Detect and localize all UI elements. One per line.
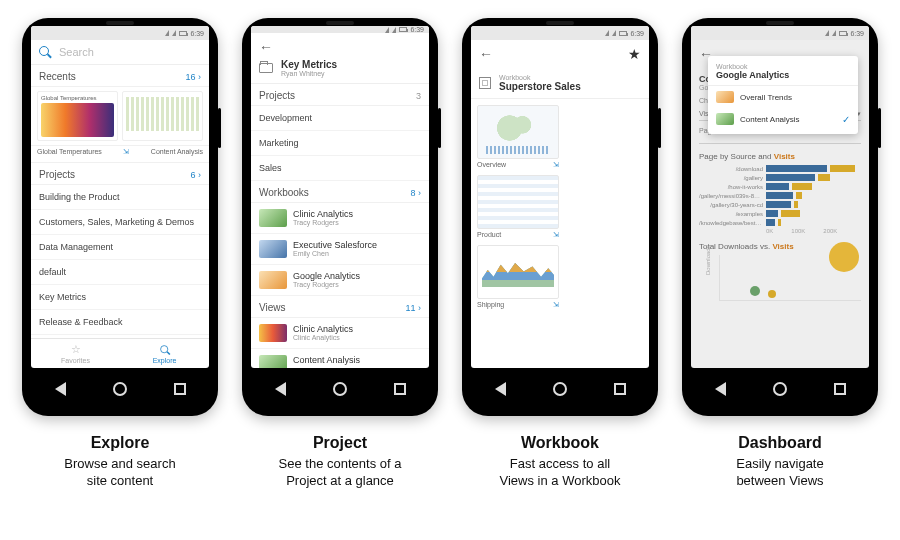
search-bar[interactable]: Search (31, 40, 209, 65)
caption-title: Project (279, 434, 402, 452)
hbar-row: /examples (699, 210, 861, 217)
view-row[interactable]: Content Analysis (251, 349, 429, 368)
nav-home-icon[interactable] (773, 382, 787, 396)
share-icon[interactable]: ⇲ (553, 161, 559, 169)
scatter-dot (768, 290, 776, 298)
recents-count: 16 › (185, 72, 201, 82)
workbook-title: Superstore Sales (499, 81, 581, 92)
chart-page-by-source: Page by Source and Visits /download/gall… (699, 152, 861, 234)
workbook-thumb (259, 271, 287, 289)
project-row[interactable]: Building the Product (31, 185, 209, 210)
filter-input[interactable] (699, 134, 861, 144)
screen-explore: 6:39 Search Recents 16 › Global Temperat… (31, 26, 209, 368)
section-projects[interactable]: Projects 6 › (31, 163, 209, 185)
android-nav (251, 374, 429, 404)
view-card[interactable]: Overview⇲ (477, 105, 559, 169)
android-statusbar: 6:39 (691, 26, 869, 40)
card-title: Global Temperatures (41, 95, 114, 101)
nav-recent-icon[interactable] (834, 383, 846, 395)
project-row[interactable]: default (31, 260, 209, 285)
workbook-row[interactable]: Executive SalesforceEmily Chen (251, 234, 429, 265)
project-title: Key Metrics (281, 59, 337, 70)
view-switcher-menu: Workbook Google Analytics Overall Trends… (708, 56, 858, 134)
hbar-row: /how-it-works (699, 183, 861, 190)
project-row[interactable]: Release & Feedback (31, 310, 209, 335)
view-card[interactable]: Shipping⇲ (477, 245, 559, 309)
nav-recent-icon[interactable] (394, 383, 406, 395)
caption-title: Dashboard (736, 434, 823, 452)
card-caption: Content Analysis (151, 148, 203, 156)
workbook-crumb: Workbook (499, 74, 581, 81)
projects-label: Projects (39, 169, 75, 180)
search-icon (39, 46, 51, 58)
view-card[interactable]: Product⇲ (477, 175, 559, 239)
android-nav (471, 374, 649, 404)
nav-home-icon[interactable] (333, 382, 347, 396)
menu-item[interactable]: Content Analysis ✓ (708, 108, 858, 130)
nav-back-icon[interactable] (275, 382, 286, 396)
caption-title: Workbook (500, 434, 621, 452)
caption-sub: Easily navigatebetween Views (736, 456, 823, 490)
recent-card[interactable]: Global Temperatures (37, 91, 118, 141)
nav-home-icon[interactable] (553, 382, 567, 396)
y-axis-label: Downloads (705, 245, 711, 275)
menu-item[interactable]: Overall Trends (708, 86, 858, 108)
screen-project: 6:39 ← Key Metrics Ryan Whitney Projects… (251, 26, 429, 368)
tab-explore[interactable]: Explore (120, 339, 209, 368)
project-row[interactable]: Marketing (251, 131, 429, 156)
project-row[interactable]: Sales (251, 156, 429, 181)
view-thumb (259, 355, 287, 368)
nav-home-icon[interactable] (113, 382, 127, 396)
project-row[interactable]: Development (251, 106, 429, 131)
hbar-row: /knowledgebase/best-pract (699, 219, 861, 226)
nav-recent-icon[interactable] (614, 383, 626, 395)
share-icon[interactable]: ⇲ (553, 301, 559, 309)
bottom-tabs: ☆ Favorites Explore (31, 338, 209, 368)
screen-workbook: 6:39 ← ★ Workbook Superstore Sales (471, 26, 649, 368)
recent-card[interactable] (122, 91, 203, 141)
menu-title: Google Analytics (716, 70, 850, 80)
workbook-row[interactable]: Google AnalyticsTracy Rodgers (251, 265, 429, 296)
android-statusbar: 6:39 (31, 26, 209, 40)
caption-sub: See the contents of aProject at a glance (279, 456, 402, 490)
hbar-row: /gallery/messi039s-86-goals (699, 192, 861, 199)
project-row[interactable]: Customers, Sales, Marketing & Demos (31, 210, 209, 235)
project-row[interactable]: Key Metrics (31, 285, 209, 310)
search-placeholder: Search (59, 46, 94, 58)
recents-label: Recents (39, 71, 76, 82)
android-nav (691, 374, 869, 404)
chart-thumb (126, 97, 199, 131)
card-caption: Global Temperatures (37, 148, 102, 156)
tab-favorites[interactable]: ☆ Favorites (31, 339, 120, 368)
star-icon: ☆ (71, 343, 81, 356)
project-author: Ryan Whitney (281, 70, 337, 77)
section-views[interactable]: Views 11 › (251, 296, 429, 318)
project-row[interactable]: Data Management (31, 235, 209, 260)
menu-thumb (716, 91, 734, 103)
projects-count: 6 › (190, 170, 201, 180)
scatter-dot (829, 242, 859, 272)
back-icon[interactable]: ← (479, 46, 493, 62)
nav-back-icon[interactable] (495, 382, 506, 396)
android-nav (31, 374, 209, 404)
section-workbooks[interactable]: Workbooks 8 › (251, 181, 429, 203)
section-recents[interactable]: Recents 16 › (31, 65, 209, 87)
menu-thumb (716, 113, 734, 125)
workbook-row[interactable]: Clinic AnalyticsTracy Rodgers (251, 203, 429, 234)
favorite-star-icon[interactable]: ★ (628, 46, 641, 62)
nav-back-icon[interactable] (715, 382, 726, 396)
share-icon[interactable]: ⇲ (123, 148, 129, 156)
view-thumb-shipping (477, 245, 559, 299)
view-thumb (259, 324, 287, 342)
nav-recent-icon[interactable] (174, 383, 186, 395)
android-statusbar: 6:39 (251, 26, 429, 33)
chart-downloads-vs-visits: Total Downloads vs. Visits Downloads (699, 242, 861, 301)
back-icon[interactable]: ← (259, 39, 273, 55)
view-row[interactable]: Clinic AnalyticsClinic Analytics (251, 318, 429, 349)
nav-back-icon[interactable] (55, 382, 66, 396)
phone-explore: 6:39 Search Recents 16 › Global Temperat… (22, 18, 218, 416)
share-icon[interactable]: ⇲ (553, 231, 559, 239)
section-sub-projects[interactable]: Projects 3 (251, 84, 429, 106)
workbook-thumb (259, 209, 287, 227)
scatter-dot (750, 286, 760, 296)
